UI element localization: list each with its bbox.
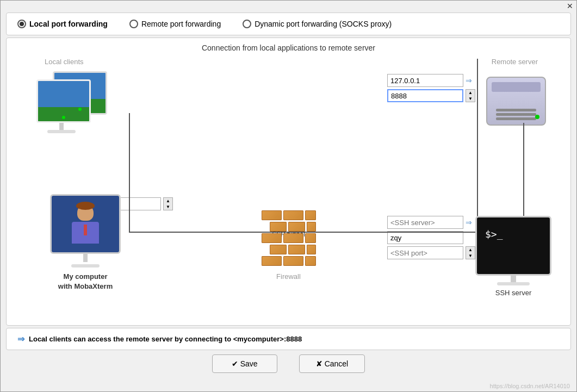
brick [288, 245, 305, 254]
brick [262, 210, 282, 220]
radio-options-bar: Local port forwarding Remote port forwar… [6, 13, 571, 35]
brick [305, 233, 316, 243]
remote-inputs-group: ⇒ ▲ ▼ [387, 74, 475, 104]
hard-drive [486, 77, 546, 126]
main-window: ✕ Local port forwarding Remote port forw… [0, 0, 577, 392]
radio-remote-circle [129, 20, 138, 28]
monitor-base [47, 130, 76, 133]
save-button[interactable]: ✔ Save [212, 354, 277, 373]
my-computer-base [71, 264, 100, 267]
radio-remote-port-forwarding[interactable]: Remote port forwarding [129, 20, 221, 28]
radio-local-circle [17, 20, 26, 28]
remote-host-group: ⇒ [387, 74, 475, 87]
hd-slot-3 [496, 117, 536, 120]
hd-slots [496, 109, 536, 120]
brick [288, 222, 305, 232]
brick-row-4 [270, 245, 316, 254]
brick-row-2 [270, 222, 316, 232]
remote-port-group: ▲ ▼ [387, 89, 475, 102]
my-computer-stand [83, 254, 88, 262]
brick [270, 245, 287, 254]
local-port-up[interactable]: ▲ [164, 198, 172, 204]
radio-dynamic-port-forwarding[interactable]: Dynamic port forwarding (SOCKS proxy) [243, 20, 392, 28]
ssh-server-input[interactable] [387, 216, 463, 229]
brick [283, 210, 303, 220]
radio-dynamic-label: Dynamic port forwarding (SOCKS proxy) [255, 20, 392, 28]
remote-host-input[interactable] [387, 74, 463, 87]
local-port-spinner[interactable]: ▲ ▼ [163, 197, 173, 210]
close-button[interactable]: ✕ [567, 2, 573, 10]
ssh-port-group: ▲ ▼ [387, 246, 475, 259]
title-bar: ✕ [1, 1, 576, 11]
label-remote-server: Remote server [492, 58, 538, 66]
terminal-base [497, 282, 530, 285]
monitor-back-light [78, 108, 82, 111]
terminal-cursor: $> [485, 228, 503, 240]
left-vert-line [129, 113, 130, 233]
terminal-screen: $> [475, 216, 551, 276]
brick [283, 233, 303, 243]
radio-local-port-forwarding[interactable]: Local port forwarding [17, 20, 108, 28]
brick [305, 210, 316, 220]
ssh-user-group [387, 231, 475, 244]
local-clients-icon [36, 71, 132, 142]
diagram-title: Connection from local applications to re… [12, 43, 565, 52]
watermark: https://blog.csdn.net/AR14010 [490, 383, 570, 389]
brick-row-3 [262, 233, 316, 243]
hd-slot-1 [496, 109, 536, 111]
brick [283, 256, 303, 266]
remote-port-spinner[interactable]: ▲ ▼ [466, 89, 475, 102]
brick [270, 222, 287, 232]
button-bar: ✔ Save ✘ Cancel [1, 354, 576, 373]
terminal-stand [511, 276, 516, 282]
hd-slot-2 [496, 113, 536, 116]
ssh-server-label: SSH server [473, 289, 554, 297]
brick [262, 233, 282, 243]
radio-remote-label: Remote port forwarding [141, 20, 221, 28]
ssh-user-input[interactable] [387, 231, 463, 244]
firewall-label: Firewall [256, 272, 321, 281]
ssh-port-input[interactable] [387, 246, 463, 259]
firewall-visual [262, 210, 316, 270]
monitor-front [36, 79, 91, 123]
brick [305, 256, 316, 266]
ssh-terminal-area: $> SSH server [473, 216, 554, 297]
diagram-panel: Connection from local applications to re… [6, 38, 571, 326]
right-vert-line [477, 59, 478, 233]
remote-host-arrow: ⇒ [466, 76, 472, 85]
remote-port-up[interactable]: ▲ [466, 90, 475, 96]
label-local-clients: Local clients [45, 58, 84, 66]
person-body [72, 222, 99, 244]
brick [307, 222, 316, 232]
monitor-front-light [62, 116, 65, 119]
local-port-down[interactable]: ▼ [164, 204, 172, 210]
person-figure [72, 204, 99, 244]
info-bar: ⇒ Local clients can access the remote se… [6, 328, 571, 350]
info-arrow-icon: ⇒ [17, 334, 24, 344]
hd-power-light [535, 115, 539, 119]
ssh-inputs-group: ⇒ ▲ ▼ [387, 216, 475, 262]
brick [307, 245, 316, 254]
ssh-server-group: ⇒ [387, 216, 475, 229]
person-head [77, 204, 94, 221]
radio-local-label: Local port forwarding [29, 20, 108, 28]
firewall-area: Firewall [256, 210, 321, 281]
remote-port-input[interactable] [387, 89, 463, 102]
brick-row-1 [262, 210, 316, 220]
my-computer-monitor [50, 194, 121, 254]
brick [262, 256, 282, 266]
info-bar-text: Local clients can access the remote serv… [29, 335, 302, 343]
brick-row-5 [262, 256, 316, 266]
diagram-area: Local clients Remote server [12, 58, 565, 324]
radio-dynamic-circle [243, 20, 251, 28]
my-computer-area: My computerwith MobaXterm [42, 194, 129, 291]
ssh-server-arrow: ⇒ [466, 218, 472, 227]
remote-server-icon [483, 77, 549, 126]
remote-port-down[interactable]: ▼ [466, 96, 475, 102]
cancel-button[interactable]: ✘ Cancel [299, 354, 365, 373]
my-computer-label: My computerwith MobaXterm [42, 272, 129, 291]
